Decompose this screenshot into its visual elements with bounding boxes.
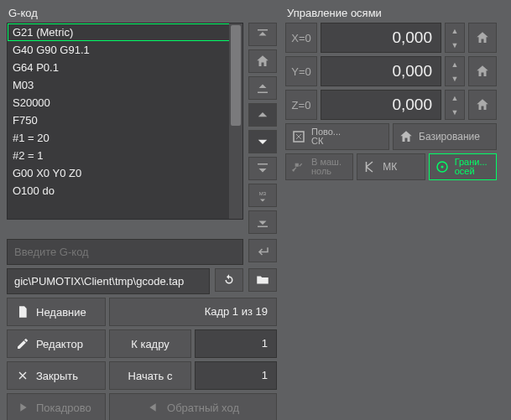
axis-home-button-1[interactable] bbox=[468, 56, 497, 86]
gcode-line[interactable]: G64 P0.1 bbox=[8, 59, 242, 76]
scrollbar-thumb[interactable] bbox=[231, 25, 241, 126]
gcode-line[interactable]: S20000 bbox=[8, 94, 242, 111]
refresh-icon-button[interactable] bbox=[215, 268, 243, 292]
gcode-list[interactable]: G21 (Metric)G40 G90 G91.1G64 P0.1M03S200… bbox=[7, 23, 243, 220]
gcode-line[interactable]: G40 G90 G91.1 bbox=[8, 41, 242, 59]
axis-spinner-2[interactable]: ▲▼ bbox=[445, 90, 465, 120]
gcode-line[interactable]: G21 (Metric) bbox=[8, 23, 242, 41]
axis-zero-button-1[interactable]: Y=0 bbox=[285, 56, 317, 86]
scroll-up-icon-button[interactable] bbox=[248, 76, 277, 100]
gcode-line[interactable]: #1 = 20 bbox=[8, 129, 242, 147]
gcode-line[interactable]: F750 bbox=[8, 111, 242, 129]
axis-home-button-0[interactable] bbox=[468, 23, 497, 53]
gcode-line[interactable]: O100 do bbox=[8, 182, 242, 200]
axis-zero-button-2[interactable]: Z=0 bbox=[285, 90, 317, 120]
step-label: Покадрово bbox=[36, 402, 91, 414]
to-frame-value[interactable]: 1 bbox=[195, 329, 277, 358]
reverse-button[interactable]: Обратный ход bbox=[109, 393, 277, 420]
axis-zero-button-0[interactable]: X=0 bbox=[285, 23, 317, 53]
nav-down-icon-button[interactable] bbox=[248, 130, 277, 153]
m3-icon-button[interactable]: M3 bbox=[248, 184, 277, 207]
axis-bounds-label: Грани... осей bbox=[455, 158, 488, 176]
svg-text:M3: M3 bbox=[259, 191, 267, 196]
close-label: Закрыть bbox=[36, 370, 78, 382]
to-frame-label: К кадру bbox=[131, 338, 169, 350]
homing-label: Базирование bbox=[419, 131, 480, 143]
turn-sk-label: Пово... СК bbox=[311, 127, 341, 146]
machine-zero-button[interactable]: В маш. ноль bbox=[285, 153, 353, 180]
home-icon-button[interactable] bbox=[248, 49, 277, 73]
editor-button[interactable]: Редактор bbox=[7, 329, 106, 358]
go-top-icon-button[interactable] bbox=[248, 23, 277, 46]
axis-spinner-0[interactable]: ▲▼ bbox=[445, 23, 465, 53]
reverse-label: Обратный ход bbox=[167, 402, 239, 414]
turn-sk-button[interactable]: Пово... СК bbox=[285, 123, 389, 150]
start-from-value[interactable]: 1 bbox=[195, 361, 277, 390]
nav-up-icon-button[interactable] bbox=[248, 103, 277, 127]
close-button[interactable]: Закрыть bbox=[7, 361, 106, 390]
gcode-input[interactable] bbox=[7, 239, 243, 265]
gcode-line[interactable]: G00 X0 Y0 Z0 bbox=[8, 164, 242, 182]
axis-value-0[interactable]: 0,000 bbox=[321, 23, 441, 53]
start-from-button[interactable]: Начать с bbox=[109, 361, 191, 390]
mk-label: МК bbox=[383, 161, 397, 173]
axis-panel-title: Управление осями bbox=[285, 7, 497, 19]
editor-label: Редактор bbox=[36, 338, 83, 350]
axis-value-1[interactable]: 0,000 bbox=[321, 56, 441, 86]
start-from-label: Начать с bbox=[128, 370, 173, 382]
axis-bounds-button[interactable]: Грани... осей bbox=[429, 153, 497, 180]
enter-icon-button[interactable] bbox=[248, 239, 277, 262]
mk-button[interactable]: МК bbox=[357, 153, 425, 180]
scroll-down-icon-button[interactable] bbox=[248, 157, 277, 180]
axis-home-button-2[interactable] bbox=[468, 90, 497, 120]
recent-label: Недавние bbox=[36, 306, 86, 319]
step-button[interactable]: Покадрово bbox=[7, 393, 106, 420]
machine-zero-label: В маш. ноль bbox=[311, 158, 342, 176]
axis-spinner-1[interactable]: ▲▼ bbox=[445, 56, 465, 86]
svg-point-3 bbox=[441, 166, 443, 169]
go-bottom-icon-button[interactable] bbox=[248, 210, 277, 234]
frame-info: Кадр 1 из 19 bbox=[109, 298, 277, 326]
homing-button[interactable]: Базирование bbox=[393, 123, 497, 150]
file-path-display: gic\PUMOTIX\Client\tmp\gcode.tap bbox=[7, 268, 210, 294]
open-folder-icon-button[interactable] bbox=[248, 268, 277, 292]
axis-value-2[interactable]: 0,000 bbox=[321, 90, 441, 120]
to-frame-button[interactable]: К кадру bbox=[109, 329, 191, 358]
recent-button[interactable]: Недавние bbox=[7, 298, 106, 326]
gcode-line[interactable]: #2 = 1 bbox=[8, 147, 242, 164]
gcode-panel-title: G-код bbox=[7, 7, 277, 19]
gcode-scrollbar[interactable] bbox=[229, 23, 242, 219]
gcode-line[interactable]: M03 bbox=[8, 76, 242, 94]
